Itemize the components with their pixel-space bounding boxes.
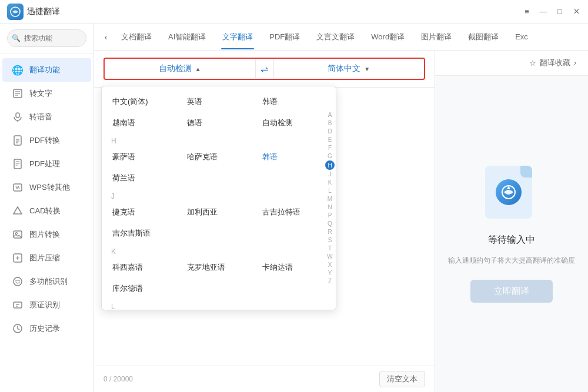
dropdown-item[interactable]: 捷克语 bbox=[106, 203, 181, 222]
sidebar-item-label: PDF转换 bbox=[29, 135, 60, 146]
dropdown-item[interactable]: 加利西亚 bbox=[181, 203, 256, 222]
alpha-j[interactable]: J bbox=[329, 170, 332, 178]
sidebar: 🔍 🌐 翻译功能 转文字 转语音 bbox=[0, 24, 94, 392]
alpha-e[interactable]: E bbox=[328, 136, 332, 143]
alpha-m[interactable]: M bbox=[328, 195, 332, 203]
sidebar-item-history[interactable]: 历史记录 bbox=[2, 317, 91, 340]
tab-ai[interactable]: AI智能翻译 bbox=[160, 25, 214, 49]
alpha-index: A B D E F G H J K L M N P bbox=[324, 86, 336, 310]
sidebar-item-wps[interactable]: WPS转其他 bbox=[2, 176, 91, 199]
cad-icon bbox=[12, 205, 24, 217]
speech-icon bbox=[12, 111, 24, 123]
sidebar-item-pdf-process[interactable]: PDF处理 bbox=[2, 152, 91, 176]
tab-excel[interactable]: Exc bbox=[507, 25, 536, 48]
alpha-t[interactable]: T bbox=[328, 244, 332, 252]
sidebar-item-label: 票证识别 bbox=[29, 300, 60, 310]
alpha-d[interactable]: D bbox=[328, 128, 332, 135]
alpha-p[interactable]: P bbox=[328, 212, 332, 219]
dropdown-row-j2: 吉尔吉斯语 bbox=[102, 223, 336, 244]
chevron-right-icon: › bbox=[574, 59, 576, 67]
target-content: 等待输入中 输入通顺的句子将大大提高翻译的准确度 立即翻译 bbox=[435, 76, 588, 392]
alpha-l[interactable]: L bbox=[328, 187, 332, 195]
svg-point-15 bbox=[16, 233, 18, 234]
target-lang-button[interactable]: 简体中文 ▼ bbox=[274, 59, 425, 79]
alpha-w[interactable]: W bbox=[327, 253, 332, 260]
alpha-x[interactable]: X bbox=[328, 261, 332, 269]
sidebar-item-ticket[interactable]: 票证识别 bbox=[2, 293, 91, 317]
sidebar-item-speech[interactable]: 转语音 bbox=[2, 105, 91, 129]
translation-icon bbox=[485, 166, 538, 225]
tab-text[interactable]: 文字翻译 bbox=[214, 25, 261, 49]
wps-icon bbox=[12, 182, 24, 193]
section-label-h: H bbox=[102, 133, 336, 146]
dropdown-item[interactable]: 古吉拉特语 bbox=[256, 203, 331, 222]
dropdown-item[interactable]: 克罗地亚语 bbox=[181, 258, 256, 277]
dropdown-item[interactable]: 哈萨克语 bbox=[181, 148, 256, 166]
dropdown-item[interactable]: 英语 bbox=[181, 92, 256, 111]
sidebar-item-pdf-convert[interactable]: PDF转换 bbox=[2, 129, 91, 152]
menu-button[interactable]: ≡ bbox=[522, 7, 532, 16]
tab-word[interactable]: Word翻译 bbox=[363, 25, 413, 49]
clear-text-button[interactable]: 清空文本 bbox=[379, 371, 425, 387]
dropdown-row-k1: 科西嘉语 克罗地亚语 卡纳达语 bbox=[102, 257, 336, 278]
alpha-r[interactable]: R bbox=[328, 228, 332, 236]
sidebar-item-image-compress[interactable]: 图片压缩 bbox=[2, 246, 91, 270]
alpha-n[interactable]: N bbox=[328, 203, 332, 211]
sidebar-item-label: WPS转其他 bbox=[29, 182, 70, 193]
alpha-s[interactable]: S bbox=[328, 236, 332, 244]
sidebar-item-image-convert[interactable]: 图片转换 bbox=[2, 223, 91, 246]
alpha-k[interactable]: K bbox=[328, 179, 332, 186]
content-area: ‹ 文档翻译 AI智能翻译 文字翻译 PDF翻译 文言文翻译 Word翻译 图片… bbox=[94, 24, 588, 392]
dropdown-item[interactable]: 自动检测 bbox=[256, 113, 331, 132]
dropdown-item[interactable]: 吉尔吉斯语 bbox=[106, 224, 181, 243]
sidebar-item-cad[interactable]: CAD转换 bbox=[2, 199, 91, 223]
sidebar-item-label: 转语音 bbox=[29, 112, 52, 122]
tab-screenshot[interactable]: 截图翻译 bbox=[460, 25, 507, 49]
dropdown-item[interactable]: 荷兰语 bbox=[106, 169, 181, 187]
bookmark-button[interactable]: ☆ 翻译收藏 › bbox=[529, 58, 576, 68]
alpha-g[interactable]: G bbox=[328, 152, 332, 160]
lang-selector-box: 自动检测 ▲ ⇌ 简体中文 ▼ bbox=[103, 58, 425, 80]
dropdown-item[interactable]: 库尔德语 bbox=[106, 279, 181, 298]
search-wrapper: 🔍 bbox=[7, 29, 86, 47]
alpha-q[interactable]: Q bbox=[328, 220, 332, 227]
alpha-f[interactable]: F bbox=[328, 144, 332, 152]
maximize-button[interactable]: □ bbox=[555, 7, 564, 16]
tab-pdf[interactable]: PDF翻译 bbox=[261, 25, 308, 49]
ocr-icon bbox=[12, 88, 24, 99]
tab-doc[interactable]: 文档翻译 bbox=[113, 25, 160, 49]
alpha-a[interactable]: A bbox=[328, 111, 332, 119]
sidebar-item-label: 转文字 bbox=[29, 88, 52, 99]
alpha-z[interactable]: Z bbox=[328, 277, 332, 285]
dropdown-item[interactable]: 越南语 bbox=[106, 113, 181, 132]
svg-rect-7 bbox=[14, 136, 21, 145]
app-logo: 迅捷翻译 bbox=[7, 4, 522, 20]
dropdown-row-h1: 豪萨语 哈萨克语 韩语 bbox=[102, 146, 336, 167]
alpha-h[interactable]: H bbox=[325, 160, 335, 170]
alpha-y[interactable]: Y bbox=[328, 269, 332, 277]
sidebar-item-ocr[interactable]: 转文字 bbox=[2, 82, 91, 105]
dropdown-item[interactable]: 科西嘉语 bbox=[106, 258, 181, 277]
close-button[interactable]: ✕ bbox=[572, 7, 581, 16]
tab-prev-button[interactable]: ‹ bbox=[99, 30, 113, 44]
dropdown-item[interactable]: 德语 bbox=[181, 113, 256, 132]
dropdown-item[interactable]: 卡纳达语 bbox=[256, 258, 331, 277]
sidebar-item-label: 多功能识别 bbox=[29, 276, 68, 287]
dropdown-item[interactable]: 中文(简体) bbox=[106, 92, 181, 111]
dropdown-item[interactable]: 韩语 bbox=[256, 92, 331, 111]
target-lang-label: 简体中文 bbox=[328, 63, 360, 74]
dropdown-item-active[interactable]: 韩语 bbox=[256, 148, 331, 166]
dropdown-item[interactable]: 豪萨语 bbox=[106, 148, 181, 166]
dropdown-row-top2: 越南语 德语 自动检测 bbox=[102, 112, 336, 133]
source-lang-button[interactable]: 自动检测 ▲ bbox=[105, 59, 255, 79]
tab-image[interactable]: 图片翻译 bbox=[413, 25, 460, 49]
sidebar-item-translate[interactable]: 🌐 翻译功能 bbox=[2, 58, 91, 82]
minimize-button[interactable]: — bbox=[539, 7, 548, 16]
target-lang-chevron: ▼ bbox=[364, 66, 370, 72]
tab-classical[interactable]: 文言文翻译 bbox=[308, 25, 363, 49]
alpha-b[interactable]: B bbox=[328, 119, 332, 127]
waiting-desc: 输入通顺的句子将大大提高翻译的准确度 bbox=[448, 256, 575, 266]
translate-button[interactable]: 立即翻译 bbox=[470, 280, 553, 303]
lang-swap-button[interactable]: ⇌ bbox=[255, 59, 274, 78]
sidebar-item-multifunction[interactable]: 多功能识别 bbox=[2, 270, 91, 293]
